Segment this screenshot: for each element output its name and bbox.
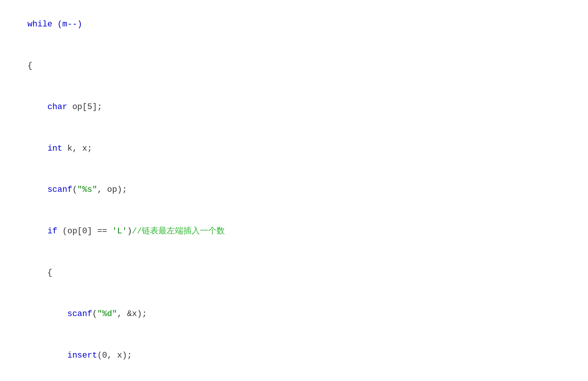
code-line-5: scanf("%s", op); xyxy=(8,169,580,211)
keyword-if-1: if xyxy=(48,227,57,236)
code-line-9: insert(0, x); xyxy=(8,335,580,376)
code-line-8: scanf("%d", &x); xyxy=(8,293,580,335)
code-line-7: { xyxy=(8,252,580,293)
keyword-char: char xyxy=(48,102,68,112)
brace-open: { xyxy=(28,61,32,71)
fn-insert-1: insert xyxy=(67,351,97,360)
keyword-while: while (m--) xyxy=(28,20,82,29)
keyword-int: int xyxy=(48,144,63,153)
fn-scanf-1: scanf xyxy=(48,185,72,194)
code-line-3: char op[5]; xyxy=(8,86,580,128)
code-line-4: int k, x; xyxy=(8,128,580,170)
code-line-10: } xyxy=(8,376,580,381)
code-container: while (m--) { char op[5]; int k, x; scan… xyxy=(0,0,588,381)
fn-scanf-2: scanf xyxy=(67,309,92,319)
code-line-6: if (op[0] == 'L')//链表最左端插入一个数 xyxy=(8,211,580,252)
code-line-1: while (m--) xyxy=(8,4,580,45)
code-line-2: { xyxy=(8,45,580,87)
